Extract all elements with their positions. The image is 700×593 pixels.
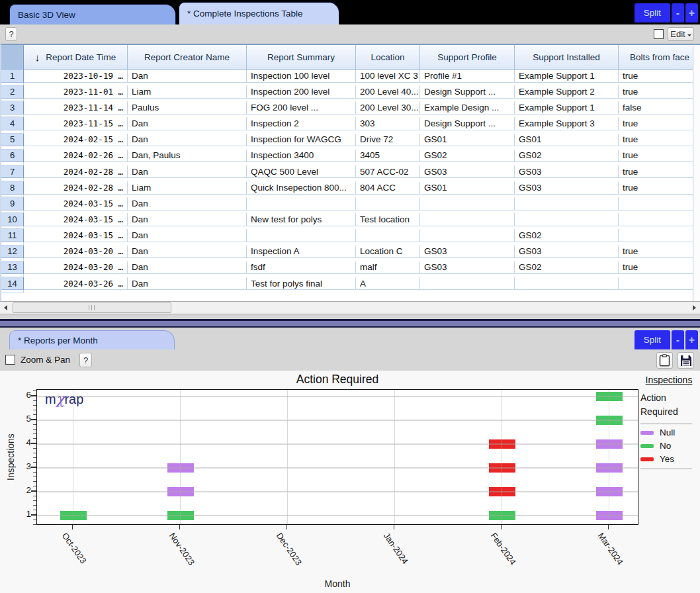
table-cell[interactable]: Dan	[128, 246, 247, 259]
table-cell[interactable]: Inspection A	[247, 246, 356, 259]
table-cell[interactable]: Liam	[128, 181, 247, 195]
plot-area[interactable]: mχrap	[36, 389, 638, 525]
table-cell[interactable]: Dan	[128, 117, 247, 130]
table-cell[interactable]: Inspection for WAGCG	[247, 134, 356, 147]
table-cell[interactable]: New test for polys	[247, 213, 356, 226]
table-cell[interactable]	[515, 277, 619, 291]
table-cell[interactable]: Drive 72	[356, 134, 420, 147]
row-number-cell[interactable]: 8	[1, 181, 24, 195]
table-cell[interactable]: malf	[356, 261, 420, 275]
column-header-location[interactable]: Location	[356, 45, 420, 69]
table-cell[interactable]: GS02	[515, 229, 619, 242]
row-number-cell[interactable]: 2	[1, 85, 24, 99]
table-cell[interactable]: true	[619, 117, 700, 130]
column-header-support-installed[interactable]: Support Installed	[515, 45, 619, 69]
column-header-report-creator-name[interactable]: Report Creator Name	[128, 45, 247, 69]
table-cell[interactable]: GS02	[420, 150, 515, 163]
table-cell[interactable]	[420, 213, 515, 226]
table-cell[interactable]: 2024-03-15 …	[24, 229, 128, 242]
row-number-cell[interactable]: 10	[1, 213, 24, 226]
table-cell[interactable]: true	[619, 261, 700, 275]
table-cell[interactable]: Dan	[128, 213, 247, 226]
table-cell[interactable]: Example Support 3	[515, 117, 619, 130]
table-cell[interactable]: Inspection 100 level	[247, 69, 356, 83]
table-cell[interactable]	[515, 197, 619, 210]
table-cell[interactable]: 507 ACC-02	[356, 165, 420, 179]
table-cell[interactable]: Inspection 2	[247, 117, 356, 130]
table-cell[interactable]: Design Support ...	[420, 85, 515, 99]
table-cell[interactable]: Design Support ...	[420, 117, 515, 130]
help-button[interactable]: ?	[79, 353, 92, 367]
column-header-support-profile[interactable]: Support Profile	[420, 45, 515, 69]
table-cell[interactable]	[356, 197, 420, 210]
table-cell[interactable]: 2023-11-01 …	[24, 85, 128, 99]
table-cell[interactable]	[1, 290, 24, 293]
table-cell[interactable]: GS02	[515, 150, 619, 163]
row-number-cell[interactable]: 9	[1, 197, 24, 210]
table-cell[interactable]: 2024-03-20 …	[24, 246, 128, 259]
table-cell[interactable]	[515, 213, 619, 226]
tab-basic-3d-view[interactable]: Basic 3D View	[9, 4, 176, 24]
row-number-cell[interactable]: 6	[1, 150, 24, 163]
table-cell[interactable]: Inspection 3400	[247, 150, 356, 163]
table-cell[interactable]: true	[619, 69, 700, 83]
table-cell[interactable]: Test location	[356, 213, 420, 226]
table-cell[interactable]: 200 Level 40...	[356, 85, 420, 99]
vertical-scrollbar[interactable]	[693, 46, 700, 302]
legend-title[interactable]: Inspections	[639, 375, 699, 385]
table-cell[interactable]: GS01	[420, 181, 515, 195]
table-cell[interactable]: true	[619, 246, 700, 259]
column-header-report-date-time[interactable]: ↓Report Date Time	[24, 45, 128, 69]
table-cell[interactable]: 804 ACC	[356, 181, 420, 195]
row-number-cell[interactable]: 1	[1, 69, 24, 83]
table-cell[interactable]: 2024-03-26 …	[24, 277, 128, 291]
table-cell[interactable]: Dan	[128, 277, 247, 291]
horizontal-scrollbar[interactable]	[0, 301, 700, 314]
table-cell[interactable]: GS01	[515, 134, 619, 147]
table-cell[interactable]: Dan	[128, 69, 247, 83]
table-cell[interactable]: Dan	[128, 261, 247, 275]
table-cell[interactable]: true	[619, 181, 700, 195]
table-cell[interactable]: A	[356, 277, 420, 291]
table-cell[interactable]: 200 Level 30...	[356, 101, 420, 114]
row-number-cell[interactable]: 3	[1, 101, 24, 114]
zoom-pan-checkbox[interactable]	[5, 355, 15, 365]
table-cell[interactable]: GS03	[515, 246, 619, 259]
table-cell[interactable]: Dan, Paulus	[128, 150, 247, 163]
expand-button[interactable]: +	[685, 330, 698, 349]
row-number-cell[interactable]: 5	[1, 134, 24, 147]
table-cell[interactable]	[247, 229, 356, 242]
table-cell[interactable]: Dan	[128, 134, 247, 147]
row-number-cell[interactable]: 14	[1, 277, 24, 291]
split-button[interactable]: Split	[634, 330, 670, 349]
table-cell[interactable]	[420, 229, 515, 242]
table-cell[interactable]: 2023-11-14 …	[24, 101, 128, 114]
row-number-cell[interactable]: 11	[1, 229, 24, 242]
table-cell[interactable]: GS03	[420, 261, 515, 275]
table-cell[interactable]	[619, 213, 700, 226]
column-header-report-summary[interactable]: Report Summary	[247, 45, 356, 69]
table-cell[interactable]: QAQC 500 Level	[247, 165, 356, 179]
scroll-left-button[interactable]	[0, 302, 11, 314]
table-cell[interactable]: 2024-02-15 …	[24, 134, 128, 147]
table-cell[interactable]: true	[619, 150, 700, 163]
expand-button[interactable]: +	[685, 3, 698, 23]
table-cell[interactable]: 2024-03-15 …	[24, 213, 128, 226]
table-cell[interactable]: GS02	[515, 261, 619, 275]
table-cell[interactable]: 3405	[356, 150, 420, 163]
collapse-button[interactable]: -	[672, 3, 684, 23]
row-number-cell[interactable]: 12	[1, 246, 24, 259]
panel-splitter-handle[interactable]	[0, 319, 700, 328]
table-cell[interactable]: 2023-10-19 …	[24, 69, 128, 83]
table-cell[interactable]: 2024-02-26 …	[24, 150, 128, 163]
row-number-cell[interactable]: 4	[1, 117, 24, 130]
table-corner-cell[interactable]	[1, 45, 24, 69]
table-cell[interactable]	[356, 229, 420, 242]
table-cell[interactable]: Example Support 1	[515, 101, 619, 114]
save-button[interactable]	[678, 352, 694, 369]
table-cell[interactable]: 100 level XC 3	[356, 69, 420, 83]
table-cell[interactable]: 2023-11-15 …	[24, 117, 128, 130]
split-button[interactable]: Split	[634, 3, 670, 23]
column-header-bolts-from-face[interactable]: Bolts from face	[619, 45, 700, 69]
scroll-right-button[interactable]	[689, 302, 700, 314]
